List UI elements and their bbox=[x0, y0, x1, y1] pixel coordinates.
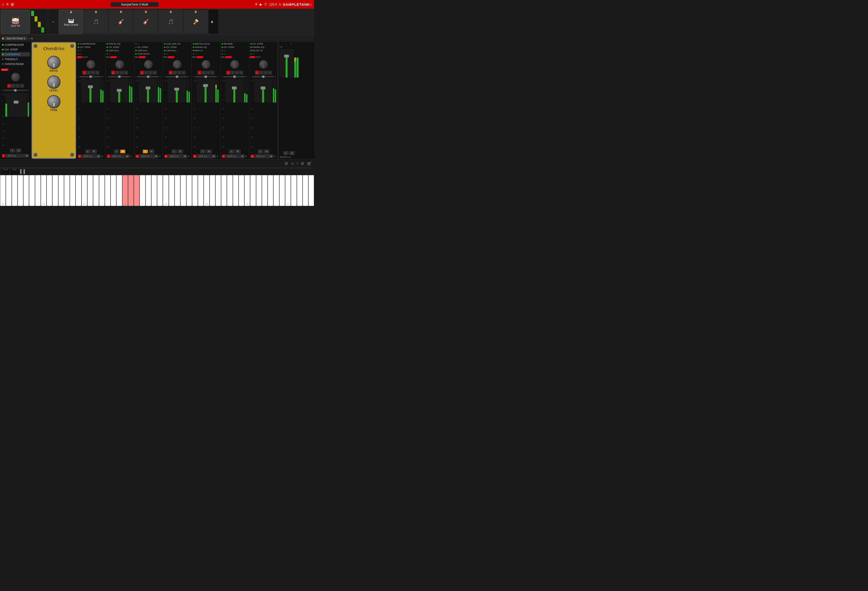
ch7-fx-4[interactable]: — bbox=[221, 52, 248, 56]
ch8-btn-1[interactable]: 1 bbox=[255, 71, 259, 75]
ch5-btn-4[interactable]: 4 bbox=[182, 71, 186, 75]
key-D6[interactable] bbox=[250, 175, 256, 206]
fx-overscream[interactable]: OVERSCREAM bbox=[1, 62, 30, 66]
ch3-btn-4[interactable]: 4 bbox=[124, 71, 128, 75]
chain-name[interactable]: Jazz Kit Chain 1 bbox=[4, 37, 27, 40]
key-G3[interactable] bbox=[146, 175, 151, 206]
ch7-btn-1[interactable]: 1 bbox=[226, 71, 230, 75]
ch8-btn-4[interactable]: 4 bbox=[268, 71, 272, 75]
key-E3[interactable] bbox=[134, 175, 140, 206]
ch2-solo-button[interactable]: S bbox=[85, 150, 90, 153]
key-A3[interactable] bbox=[151, 175, 157, 206]
key-G2[interactable] bbox=[105, 175, 111, 206]
overdrive-corner-tl[interactable] bbox=[34, 44, 37, 48]
ch4-btn-1[interactable]: 1 bbox=[140, 71, 144, 75]
key-D2[interactable] bbox=[87, 175, 93, 206]
ch3-arrow[interactable]: ▼ bbox=[130, 155, 132, 158]
ch5-btn-1[interactable]: 1 bbox=[169, 71, 173, 75]
overdrive-level-knob[interactable] bbox=[47, 75, 61, 89]
ch8-btn-3[interactable]: 3 bbox=[264, 71, 267, 75]
ch7-out-select[interactable]: OUT 1-2 bbox=[226, 154, 245, 158]
ch4-solo-button[interactable]: S bbox=[143, 150, 148, 153]
project-title[interactable]: SampleTank 4 Multi bbox=[111, 2, 158, 7]
instrument-slot-guitar[interactable]: 🔒 🎸 bbox=[109, 10, 133, 34]
music-icon[interactable]: ♪ bbox=[2, 2, 4, 6]
ch4-fx-1[interactable]: — bbox=[134, 42, 162, 46]
ch6-fx-wha47[interactable]: WHA 47 bbox=[192, 49, 220, 52]
key-B4[interactable] bbox=[198, 175, 204, 206]
ch3-fx-parameq[interactable]: PARAM. EQ bbox=[106, 42, 133, 46]
key-F7[interactable] bbox=[303, 175, 309, 206]
ch3-solo-button[interactable]: S bbox=[114, 150, 119, 153]
ch8-out-select[interactable]: OUT 1-2 bbox=[254, 154, 273, 158]
ch8-fx-parameq[interactable]: PARAM. EQ bbox=[249, 46, 277, 49]
ch6-btn-1[interactable]: 1 bbox=[198, 71, 201, 75]
ch2-fx-compressor[interactable]: COMPRESSOR bbox=[77, 42, 105, 46]
key-A6[interactable] bbox=[273, 175, 279, 206]
ch2-btn-1[interactable]: 1 bbox=[83, 71, 86, 75]
key-E4[interactable] bbox=[174, 175, 180, 206]
ch7-arrow[interactable]: ▼ bbox=[245, 155, 248, 158]
key-G6[interactable] bbox=[267, 175, 273, 206]
ch8-fx-black76[interactable]: BLACK 76 bbox=[249, 49, 277, 52]
hamburger-icon[interactable]: ≡ bbox=[255, 2, 257, 6]
instrument-slot-piano[interactable]: 🔒 🎹 Baby Grand bbox=[59, 10, 83, 34]
overdrive-tone-knob[interactable] bbox=[47, 95, 61, 108]
ch1-fader-track[interactable] bbox=[5, 93, 27, 117]
key-E5[interactable] bbox=[216, 175, 221, 206]
ch1-btn-1[interactable]: 1 bbox=[7, 84, 11, 88]
ch7-fader-handle[interactable] bbox=[232, 87, 237, 89]
key-D7[interactable] bbox=[291, 175, 297, 206]
ch6-pan-slider[interactable] bbox=[195, 76, 217, 77]
ch6-mute-button[interactable]: M bbox=[207, 150, 212, 153]
ch5-pan-slider[interactable] bbox=[166, 76, 188, 77]
key-G4[interactable] bbox=[186, 175, 192, 206]
settings-icon[interactable]: ⚙ bbox=[285, 161, 288, 166]
ch4-pan-slider[interactable] bbox=[137, 76, 159, 77]
ch2-mute-button[interactable]: M bbox=[92, 150, 97, 153]
ch1-mute-button[interactable]: M bbox=[16, 149, 21, 152]
key-D1[interactable] bbox=[47, 175, 52, 206]
ch5-fx-jazzamp[interactable]: JAZZ AMP 120 bbox=[163, 42, 191, 46]
key-F2[interactable] bbox=[99, 175, 105, 206]
ch5-btn-3[interactable]: 3 bbox=[177, 71, 181, 75]
key-F4[interactable] bbox=[180, 175, 186, 206]
ch6-fader-handle[interactable] bbox=[203, 84, 208, 87]
key-A0[interactable] bbox=[29, 175, 35, 206]
ch4-btn-2[interactable]: 2 bbox=[144, 71, 148, 75]
ch3-btn-1[interactable]: 1 bbox=[111, 71, 115, 75]
ch6-send-knob[interactable] bbox=[201, 60, 211, 69]
pitch-slider[interactable] bbox=[20, 169, 22, 174]
ch3-send-knob[interactable] bbox=[115, 60, 124, 69]
key-A4[interactable] bbox=[192, 175, 198, 206]
instrument-slot-chain[interactable] bbox=[31, 10, 47, 34]
ch4-fader-handle[interactable] bbox=[146, 87, 151, 89]
ch8-solo-button[interactable]: S bbox=[258, 150, 263, 153]
key-A2[interactable] bbox=[111, 175, 116, 206]
ch8-fader-handle[interactable] bbox=[261, 87, 266, 89]
instrument-slot-bass[interactable]: 🔒 🎸 bbox=[134, 10, 158, 34]
ch8-pan-slider[interactable] bbox=[252, 76, 274, 77]
ch6-fx-britishlead[interactable]: BRITISH LEAD bbox=[192, 42, 220, 46]
ch2-fx-chstrip[interactable]: CH. STRIP bbox=[77, 46, 105, 49]
instrument-slot-last[interactable]: 🔒 bbox=[209, 10, 218, 34]
ch5-btn-2[interactable]: 2 bbox=[173, 71, 177, 75]
gear2-icon[interactable]: ⚙ bbox=[301, 161, 304, 166]
overdrive-drive-knob[interactable] bbox=[47, 56, 61, 69]
mod-slider[interactable] bbox=[24, 169, 25, 174]
key-B0[interactable] bbox=[35, 175, 41, 206]
fx-overdrive[interactable]: OVERDRIVE bbox=[1, 52, 30, 56]
ch1-send-knob[interactable] bbox=[11, 72, 21, 82]
key-E6[interactable] bbox=[256, 175, 262, 206]
ch2-out-select[interactable]: OUT 1-2 bbox=[82, 154, 101, 158]
ch4-out-select[interactable]: OUT 1-2 bbox=[139, 154, 158, 158]
ch4-fx-tapeecho[interactable]: TAPE ECHO bbox=[134, 52, 162, 56]
ch6-fx-4[interactable]: — bbox=[192, 52, 220, 56]
key-F5[interactable] bbox=[221, 175, 227, 206]
fx-chstrip[interactable]: CH. STRIP bbox=[1, 47, 30, 52]
key-G0[interactable] bbox=[23, 175, 29, 206]
key-G7[interactable] bbox=[309, 175, 314, 206]
ch6-btn-4[interactable]: 4 bbox=[211, 71, 214, 75]
mod-control[interactable]: MOD bbox=[11, 169, 18, 174]
master-mute-button[interactable]: M bbox=[289, 151, 295, 155]
